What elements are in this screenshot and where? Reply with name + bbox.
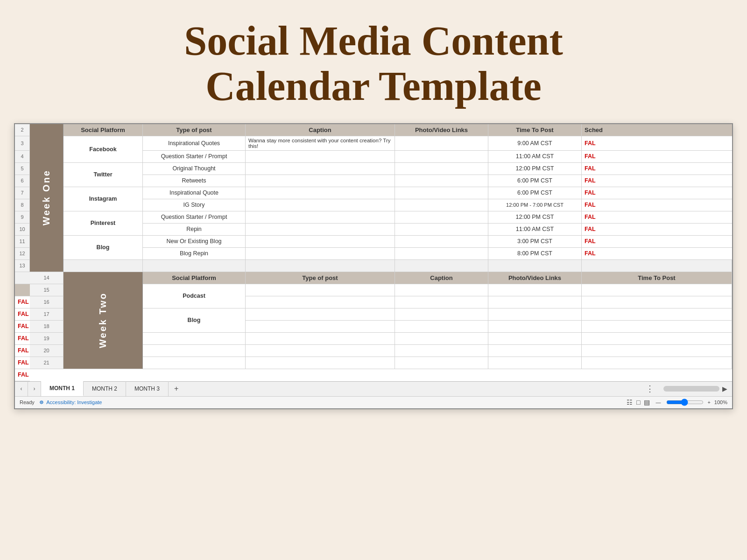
time-row16 [582, 296, 732, 308]
horizontal-scrollbar[interactable] [663, 386, 719, 392]
tab-month1[interactable]: MONTH 1 [41, 381, 84, 396]
page-view-icon[interactable]: □ [636, 399, 640, 406]
row-num-17: 17 [30, 308, 63, 321]
sched-row3: FAL [582, 136, 732, 151]
header2-platform: Social Platform [143, 272, 246, 284]
photo-row4 [395, 151, 488, 163]
zoom-level: + [707, 399, 710, 405]
week-two-header-cell: Week Two [63, 272, 143, 369]
time-row11: 3:00 PM CST [488, 236, 582, 248]
sched-row17: FAL [15, 321, 30, 333]
photo-row17 [488, 308, 582, 321]
platform-twitter: Twitter [63, 163, 143, 187]
platform-row20 [143, 345, 246, 357]
empty-sep-photo [488, 260, 582, 272]
header2-sched [15, 284, 30, 296]
tab-month3[interactable]: MONTH 3 [126, 381, 169, 396]
zoom-slider[interactable] [666, 399, 704, 406]
photo-row12 [395, 248, 488, 260]
status-ready: Ready [20, 399, 35, 405]
type-question-starter-1: Question Starter / Prompt [143, 151, 246, 163]
photo-row3 [395, 136, 488, 151]
row-num-6: 6 [15, 175, 30, 187]
empty-sep-time [582, 260, 732, 272]
time-row8: 12:00 PM - 7:00 PM CST [488, 199, 582, 211]
row-num-10: 10 [15, 224, 30, 236]
row-num-13: 13 [15, 260, 30, 272]
photo-row10 [395, 224, 488, 236]
platform-pinterest: Pinterest [63, 211, 143, 236]
tab-next-btn[interactable]: › [28, 381, 41, 396]
sched-row18: FAL [15, 333, 30, 345]
platform-row19 [143, 333, 246, 345]
empty-sep-sched [15, 272, 30, 284]
page-break-icon[interactable]: ▤ [644, 399, 650, 406]
time-row3: 9:00 AM CST [488, 136, 582, 151]
type-inspirational-quote: Inspirational Quote [143, 187, 246, 199]
row-num-7: 7 [15, 187, 30, 199]
row-num-14: 14 [30, 272, 63, 284]
row-num-2: 2 [15, 124, 30, 136]
caption-row9 [246, 211, 395, 224]
caption-row10 [246, 224, 395, 236]
row-num-16: 16 [30, 296, 63, 308]
tabs-bar: ‹ › MONTH 1 MONTH 2 MONTH 3 + ⋮ ▶ [15, 381, 732, 396]
scroll-right-btn[interactable]: ▶ [722, 385, 727, 392]
header-platform: Social Platform [63, 124, 143, 136]
type-row18 [246, 321, 395, 333]
empty-sep-platform [143, 260, 246, 272]
time-row21 [582, 357, 732, 369]
empty-sep-week [63, 260, 143, 272]
sched-row21: FAL [15, 369, 30, 381]
row-num-5: 5 [15, 163, 30, 175]
caption-row5 [246, 163, 395, 175]
type-row19 [246, 333, 395, 345]
platform-facebook: Facebook [63, 136, 143, 163]
time-row6: 6:00 PM CST [488, 175, 582, 187]
time-row17 [582, 308, 732, 321]
header2-type: Type of post [246, 272, 395, 284]
type-original-thought: Original Thought [143, 163, 246, 175]
row-num-9: 9 [15, 211, 30, 224]
zoom-percent: 100% [714, 399, 727, 405]
header2-caption: Caption [395, 272, 488, 284]
type-row21 [246, 357, 395, 369]
time-row18 [582, 321, 732, 333]
time-row9: 12:00 PM CST [488, 211, 582, 224]
caption-row11 [246, 236, 395, 248]
tab-month2[interactable]: MONTH 2 [84, 381, 126, 396]
platform-row21 [143, 357, 246, 369]
row-num-19: 19 [30, 333, 63, 345]
type-retweets: Retweets [143, 175, 246, 187]
empty-sep-type [246, 260, 395, 272]
options-menu-btn[interactable]: ⋮ [646, 384, 654, 394]
sched-row20: FAL [15, 357, 30, 369]
photo-row9 [395, 211, 488, 224]
sched-row8: FAL [582, 199, 732, 211]
caption-row21 [395, 357, 488, 369]
caption-row16 [395, 296, 488, 308]
type-repin: Repin [143, 224, 246, 236]
header-sched: Sched [582, 124, 732, 136]
caption-row6 [246, 175, 395, 187]
type-new-or-existing-blog: New Or Existing Blog [143, 236, 246, 248]
tab-prev-btn[interactable]: ‹ [15, 381, 28, 396]
photo-row18 [488, 321, 582, 333]
page-background: Social Media Content Calendar Template 2… [0, 0, 747, 560]
time-row15 [582, 284, 732, 296]
grid-view-icon[interactable]: ☷ [627, 399, 633, 406]
caption-row15 [395, 284, 488, 296]
header-caption: Caption [246, 124, 395, 136]
row-num-20: 20 [30, 345, 63, 357]
empty-sep-caption [395, 260, 488, 272]
photo-row20 [488, 345, 582, 357]
accessibility-link[interactable]: ☸ Accessibility: Investigate [39, 399, 102, 406]
time-row10: 11:00 AM CST [488, 224, 582, 236]
tab-add-btn[interactable]: + [169, 385, 184, 393]
platform-podcast: Podcast [143, 284, 246, 308]
caption-row8 [246, 199, 395, 211]
row-num-12: 12 [15, 248, 30, 260]
platform-blog-1: Blog [63, 236, 143, 260]
sched-row7: FAL [582, 187, 732, 199]
caption-row17 [395, 308, 488, 321]
